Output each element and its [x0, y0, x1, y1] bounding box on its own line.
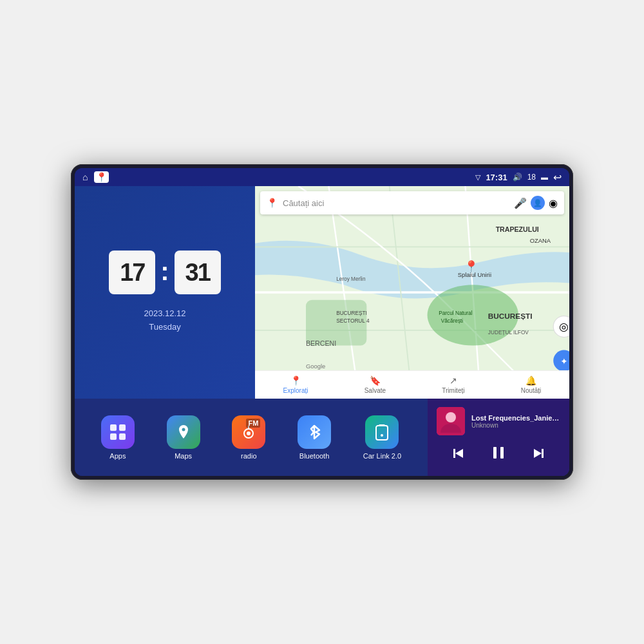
svg-rect-38: [453, 449, 455, 458]
svg-text:✦: ✦: [560, 356, 568, 366]
maps-pin-icon[interactable]: 📍: [94, 171, 109, 183]
share-icon: ↗: [450, 375, 457, 386]
map-search-icons: 🎤 👤 ◉: [514, 196, 558, 210]
share-label: Trimiteți: [442, 387, 464, 394]
play-pause-button[interactable]: [488, 442, 509, 468]
svg-rect-33: [379, 424, 385, 426]
saved-icon: 🔖: [370, 375, 381, 386]
main-content: 17 : 31 2023.12.12 Tuesday 📍 Căutați aic…: [75, 186, 569, 476]
music-thumbnail: [437, 407, 465, 435]
music-player: Lost Frequencies_Janieck Devy-... Unknow…: [428, 399, 569, 476]
account-icon[interactable]: 👤: [531, 196, 545, 210]
map-background: TRAPEZULUI Splaiul Unirii BUCUREȘTI JUDE…: [255, 186, 569, 399]
app-item-carlink[interactable]: Car Link 2.0: [363, 415, 401, 460]
map-search-placeholder[interactable]: Căutați aici: [283, 198, 509, 208]
svg-rect-26: [119, 424, 126, 431]
radio-icon: FM: [232, 415, 265, 449]
svg-rect-28: [119, 433, 126, 440]
svg-text:BERCENI: BERCENI: [306, 339, 336, 347]
prev-button[interactable]: [449, 444, 468, 466]
news-icon: 🔔: [526, 375, 536, 386]
app-item-apps[interactable]: Apps: [101, 415, 135, 460]
explore-label: Explorați: [283, 387, 308, 394]
apps-icon: [101, 415, 135, 449]
svg-rect-25: [110, 424, 117, 431]
map-tab-news[interactable]: 🔔 Noutăți: [521, 375, 542, 394]
music-info: Lost Frequencies_Janieck Devy-... Unknow…: [471, 414, 560, 429]
svg-text:BUCUREȘTI: BUCUREȘTI: [488, 312, 533, 320]
home-icon[interactable]: ⌂: [82, 172, 88, 182]
battery-icon: ▬: [541, 173, 548, 181]
svg-text:◎: ◎: [559, 321, 569, 332]
bluetooth-icon: [298, 415, 331, 449]
map-tab-share[interactable]: ↗ Trimiteți: [442, 375, 464, 394]
bluetooth-label: Bluetooth: [299, 452, 329, 460]
news-label: Noutăți: [521, 387, 542, 394]
svg-text:OZANA: OZANA: [530, 237, 551, 244]
svg-point-30: [247, 431, 251, 435]
music-title: Lost Frequencies_Janieck Devy-...: [471, 414, 560, 422]
svg-text:JUDEȚUL ILFOV: JUDEȚUL ILFOV: [488, 330, 529, 336]
music-controls: [437, 442, 560, 468]
svg-text:Google: Google: [306, 363, 325, 370]
svg-text:TRAPEZULUI: TRAPEZULUI: [496, 225, 539, 233]
map-tab-saved[interactable]: 🔖 Salvate: [365, 375, 386, 394]
saved-label: Salvate: [365, 387, 386, 394]
map-search-bar[interactable]: 📍 Căutați aici 🎤 👤 ◉: [260, 191, 564, 214]
clock-hours: 17: [109, 251, 155, 294]
svg-rect-27: [110, 433, 117, 440]
clock-panel: 17 : 31 2023.12.12 Tuesday: [75, 186, 255, 399]
status-bar: ⌂ 📍 ▽ 17:31 🔊 18 ▬ ↩: [75, 168, 569, 186]
apps-label: Apps: [109, 452, 126, 460]
app-item-maps[interactable]: Maps: [167, 415, 200, 460]
layers-icon[interactable]: ◉: [549, 197, 558, 209]
svg-rect-39: [493, 447, 497, 459]
map-search-pin-icon: 📍: [267, 198, 278, 208]
maps-icon: [167, 415, 200, 449]
apps-area: Apps Maps FM radio: [75, 399, 428, 476]
clock-date: 2023.12.12 Tuesday: [144, 307, 185, 334]
next-button[interactable]: [529, 444, 548, 466]
radio-label: radio: [241, 452, 256, 460]
voice-search-icon[interactable]: 🎤: [514, 197, 527, 209]
map-tab-explore[interactable]: 📍 Explorați: [283, 375, 308, 394]
music-top: Lost Frequencies_Janieck Devy-... Unknow…: [437, 407, 560, 435]
status-time: 17:31: [486, 173, 507, 182]
svg-text:Parcul Natural: Parcul Natural: [439, 310, 472, 316]
svg-marker-37: [455, 449, 463, 458]
svg-text:📍: 📍: [464, 260, 479, 274]
screen: ⌂ 📍 ▽ 17:31 🔊 18 ▬ ↩ 17 :: [75, 168, 569, 476]
svg-rect-32: [376, 426, 388, 440]
top-section: 17 : 31 2023.12.12 Tuesday 📍 Căutați aic…: [75, 186, 569, 399]
battery-level: 18: [527, 173, 536, 182]
gps-icon: ▽: [475, 173, 480, 182]
svg-rect-42: [542, 449, 544, 458]
back-icon[interactable]: ↩: [553, 171, 562, 184]
carlink-label: Car Link 2.0: [363, 452, 401, 460]
app-item-radio[interactable]: FM radio: [232, 415, 265, 460]
svg-marker-41: [534, 449, 542, 458]
clock-display: 17 : 31: [109, 251, 220, 294]
map-bottom-bar: 📍 Explorați 🔖 Salvate ↗ Trimiteți 🔔: [255, 370, 569, 399]
car-display-device: ⌂ 📍 ▽ 17:31 🔊 18 ▬ ↩ 17 :: [71, 164, 573, 480]
carlink-icon: [365, 415, 399, 449]
bottom-section: Apps Maps FM radio: [75, 399, 569, 476]
status-right: ▽ 17:31 🔊 18 ▬ ↩: [475, 171, 562, 184]
maps-label: Maps: [175, 452, 192, 460]
clock-minutes: 31: [175, 251, 221, 294]
svg-point-36: [446, 412, 456, 422]
svg-rect-40: [500, 447, 504, 459]
clock-colon: :: [160, 251, 169, 294]
volume-icon[interactable]: 🔊: [513, 173, 522, 182]
svg-text:Văcărești: Văcărești: [441, 318, 464, 324]
app-item-bluetooth[interactable]: Bluetooth: [298, 415, 331, 460]
svg-text:Leroy Merlin: Leroy Merlin: [336, 276, 366, 282]
music-artist: Unknown: [471, 422, 560, 429]
explore-icon: 📍: [290, 375, 301, 386]
status-left: ⌂ 📍: [82, 171, 109, 183]
map-panel[interactable]: 📍 Căutați aici 🎤 👤 ◉: [255, 186, 569, 399]
svg-point-34: [381, 434, 383, 437]
